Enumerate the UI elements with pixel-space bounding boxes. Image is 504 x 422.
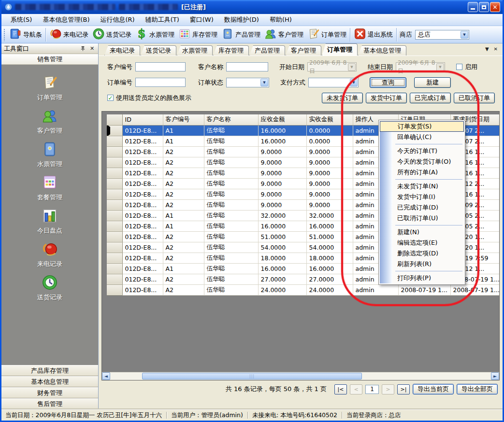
- tab-products[interactable]: 产品管理: [249, 45, 285, 56]
- close-icon[interactable]: ✕: [88, 45, 96, 52]
- menu-item-tools[interactable]: 辅助工具(T): [140, 14, 185, 26]
- context-menu-item-cancelled-orders[interactable]: 已取消订单(U): [380, 213, 464, 224]
- context-menu-item-completed-orders[interactable]: 已完成订单(D): [380, 202, 464, 213]
- context-menu-item-print-list[interactable]: 打印列表(P): [380, 273, 464, 283]
- column-header[interactable]: 应收金额: [258, 114, 306, 125]
- maximize-button[interactable]: [479, 2, 489, 12]
- tab-basic-info[interactable]: 基本信息管理: [358, 45, 406, 56]
- close-button[interactable]: ✕: [490, 2, 500, 12]
- sidebar-group-product-inventory[interactable]: 产品库存管理: [1, 365, 98, 376]
- context-menu-item-edit-selected[interactable]: 编辑选定项(E): [380, 238, 464, 248]
- row-selector-cell[interactable]: [107, 221, 122, 231]
- row-selector-cell[interactable]: [107, 146, 122, 157]
- context-menu-item-delete-selected[interactable]: 删除选定项(D): [380, 248, 464, 259]
- sidebar-group-basic-info[interactable]: 基本信息管理: [1, 376, 98, 387]
- column-header[interactable]: 实收金额: [306, 114, 353, 125]
- row-selector-cell[interactable]: [107, 284, 122, 295]
- scrollbar-thumb[interactable]: |||: [142, 373, 362, 380]
- row-selector-cell[interactable]: [107, 263, 122, 274]
- context-menu-item-new-order[interactable]: 新建(N): [380, 227, 464, 238]
- toolbar-customers-button[interactable]: 客户管理: [262, 27, 305, 42]
- pay-method-combo[interactable]: ▼: [308, 78, 359, 87]
- menu-item-help[interactable]: 帮助(H): [264, 14, 297, 26]
- delivery-color-checkbox[interactable]: ✓: [107, 95, 114, 101]
- row-selector-cell[interactable]: [107, 210, 122, 221]
- menu-item-window[interactable]: 窗口(W): [185, 14, 219, 26]
- toolbar-orders-button[interactable]: 订单管理: [305, 27, 348, 42]
- customer-name-input[interactable]: [226, 62, 268, 71]
- chevron-down-icon[interactable]: ▼: [350, 79, 358, 86]
- order-no-input[interactable]: [135, 78, 186, 87]
- toolbar-water-tickets-button[interactable]: $水票管理: [133, 27, 176, 42]
- toolbar-navigator-button[interactable]: 导航条: [7, 27, 44, 42]
- chevron-down-icon[interactable]: ▼: [461, 31, 468, 39]
- cancelled-orders-button[interactable]: 已取消订单: [454, 93, 495, 103]
- scroll-left-icon[interactable]: ◄: [102, 372, 110, 380]
- toolbar-products-button[interactable]: 产品管理: [219, 27, 262, 42]
- customer-no-input[interactable]: [135, 62, 186, 71]
- menu-item-system[interactable]: 系统(S): [5, 14, 37, 26]
- start-date-picker[interactable]: 2009年 6月 8日 ▼: [307, 62, 357, 71]
- sidebar-item-orders[interactable]: 订单管理: [37, 74, 62, 102]
- tab-water-tickets[interactable]: 水票管理: [177, 45, 213, 56]
- sidebar-item-delivery-records[interactable]: 送货记录: [37, 274, 62, 302]
- minimize-button[interactable]: [468, 2, 478, 12]
- tab-inventory[interactable]: 库存管理: [213, 45, 249, 56]
- sidebar-item-call-records[interactable]: 来电记录: [37, 241, 62, 268]
- menu-item-data-maintenance[interactable]: 数据维护(D): [219, 14, 264, 26]
- table-row[interactable]: 012D-E8...A2伍华聪24.000024.0000admin2008-0…: [107, 284, 499, 295]
- completed-orders-button[interactable]: 已完成订单: [410, 93, 451, 103]
- next-page-button[interactable]: >: [382, 384, 394, 394]
- shop-combo[interactable]: 总店 ▼: [415, 30, 469, 40]
- row-selector-cell[interactable]: [107, 274, 122, 284]
- row-selector-cell[interactable]: [107, 199, 122, 210]
- column-header[interactable]: ID: [122, 114, 163, 125]
- row-selector-cell[interactable]: [107, 253, 122, 263]
- page-number-input[interactable]: [365, 385, 379, 394]
- toolbar-grip[interactable]: [3, 28, 6, 41]
- row-selector-cell[interactable]: [107, 168, 122, 178]
- sidebar-group-finance[interactable]: 财务管理: [1, 387, 98, 398]
- sidebar-item-daily-stocktake[interactable]: 今日盘点: [37, 208, 62, 235]
- context-menu-item-refresh-list[interactable]: 刷新列表(R): [380, 259, 464, 269]
- unshipped-orders-button[interactable]: 未发货订单: [322, 93, 363, 103]
- sidebar-item-packages[interactable]: 套餐管理: [37, 174, 62, 202]
- tab-call-records[interactable]: 来电记录: [104, 45, 140, 56]
- toolbar-call-records-button[interactable]: 来电记录: [47, 27, 90, 42]
- last-page-button[interactable]: >|: [397, 384, 410, 394]
- export-current-page-button[interactable]: 导出当前页: [413, 384, 454, 394]
- tab-orders[interactable]: 订单管理: [322, 43, 358, 56]
- tab-scroll-down-icon[interactable]: ▼: [485, 46, 489, 52]
- tab-customers[interactable]: 客户管理: [286, 45, 321, 56]
- scrollbar-track[interactable]: |||: [110, 372, 491, 380]
- export-all-pages-button[interactable]: 导出全部页: [457, 384, 498, 394]
- context-menu-item-confirm-receipt[interactable]: 回单确认(C): [380, 132, 464, 142]
- row-selector-cell[interactable]: [107, 178, 122, 189]
- menu-item-runtime-info[interactable]: 运行信息(R): [95, 14, 140, 26]
- new-button[interactable]: 新建: [414, 77, 451, 88]
- chevron-down-icon[interactable]: ▼: [348, 63, 356, 71]
- row-selector-cell[interactable]: [107, 157, 122, 168]
- sidebar-item-customers[interactable]: 客户管理: [37, 108, 62, 135]
- context-menu-item-all-orders[interactable]: 所有的订单(A): [380, 167, 464, 178]
- column-header[interactable]: 客户编号: [163, 114, 204, 125]
- chevron-down-icon[interactable]: ▼: [260, 79, 268, 86]
- row-selector-cell[interactable]: [107, 136, 122, 146]
- toolbar-inventory-button[interactable]: 库存管理: [176, 27, 219, 42]
- column-header[interactable]: 客户名称: [204, 114, 258, 125]
- context-menu-item-shipping-orders[interactable]: 发货中订单(I): [380, 192, 464, 202]
- sidebar-group-after-sales[interactable]: 售后管理: [1, 398, 98, 409]
- tab-close-icon[interactable]: ✕: [494, 46, 498, 52]
- pin-icon[interactable]: [79, 45, 86, 52]
- row-selector-cell[interactable]: [107, 231, 122, 242]
- chevron-down-icon[interactable]: ▼: [436, 63, 444, 71]
- first-page-button[interactable]: |<: [334, 384, 347, 394]
- prev-page-button[interactable]: <: [350, 384, 362, 394]
- context-menu-item-unshipped-orders[interactable]: 未发货订单(N): [380, 181, 464, 192]
- context-menu-item-todays-shipping-orders[interactable]: 今天的发货订单(O): [380, 156, 464, 167]
- end-date-picker[interactable]: 2009年 6月 8日 ▼: [396, 62, 445, 71]
- sidebar-item-water-tickets[interactable]: 水票管理: [37, 141, 62, 169]
- scroll-right-icon[interactable]: ►: [491, 372, 499, 380]
- context-menu-item-ship-order[interactable]: 订单发货(S): [380, 121, 464, 132]
- row-selector-cell[interactable]: [107, 125, 122, 136]
